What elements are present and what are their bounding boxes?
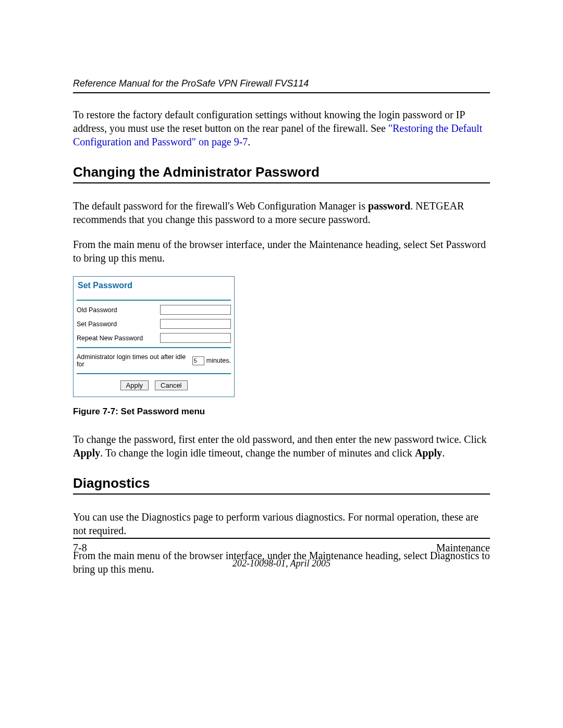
section1b-para: To change the password, first enter the … bbox=[73, 433, 490, 460]
panel-rule-mid bbox=[77, 347, 231, 348]
set-password-label: Set Password bbox=[77, 320, 160, 328]
running-header: Reference Manual for the ProSafe VPN Fir… bbox=[73, 78, 490, 89]
repeat-password-label: Repeat New Password bbox=[77, 335, 160, 342]
old-password-row: Old Password bbox=[77, 305, 231, 315]
intro-text-after: . bbox=[248, 136, 250, 147]
idle-label-before: Administrator login times out after idle… bbox=[77, 353, 190, 368]
footer-rule bbox=[73, 538, 490, 539]
apply-button[interactable]: Apply bbox=[120, 380, 149, 390]
idle-timeout-row: Administrator login times out after idle… bbox=[77, 351, 231, 370]
section-rule-1 bbox=[73, 182, 490, 183]
text: . bbox=[442, 447, 445, 459]
bold-password: password bbox=[368, 200, 410, 212]
set-password-row: Set Password bbox=[77, 319, 231, 329]
old-password-label: Old Password bbox=[77, 306, 160, 314]
panel-button-row: Apply Cancel bbox=[77, 377, 231, 393]
repeat-password-input[interactable] bbox=[160, 333, 231, 343]
chapter-name: Maintenance bbox=[436, 542, 490, 554]
text: To change the password, first enter the … bbox=[73, 434, 486, 445]
footer-docid: 202-10098-01, April 2005 bbox=[73, 558, 490, 569]
panel-title: Set Password bbox=[74, 277, 234, 300]
bold-apply-1: Apply bbox=[73, 447, 100, 459]
text: The default password for the firewall's … bbox=[73, 200, 368, 212]
intro-paragraph: To restore the factory default configura… bbox=[73, 108, 490, 149]
heading-diagnostics: Diagnostics bbox=[73, 475, 490, 491]
idle-minutes-input[interactable]: 5 bbox=[192, 356, 204, 365]
section1-para2: From the main menu of the browser interf… bbox=[73, 238, 490, 265]
figure-caption: Figure 7-7: Set Password menu bbox=[73, 406, 490, 417]
old-password-input[interactable] bbox=[160, 305, 231, 315]
text: . To change the login idle timeout, chan… bbox=[100, 447, 415, 459]
set-password-panel: Set Password Old Password Set Password R… bbox=[73, 276, 235, 397]
panel-rule-bot bbox=[77, 373, 231, 374]
section1-para1: The default password for the firewall's … bbox=[73, 199, 490, 226]
repeat-password-row: Repeat New Password bbox=[77, 333, 231, 343]
cancel-button[interactable]: Cancel bbox=[155, 380, 187, 390]
set-password-input[interactable] bbox=[160, 319, 231, 329]
bold-apply-2: Apply bbox=[415, 447, 442, 459]
section-rule-2 bbox=[73, 493, 490, 495]
footer-row: 7-8 Maintenance bbox=[73, 542, 490, 554]
heading-changing-admin-password: Changing the Administrator Password bbox=[73, 164, 490, 180]
section2-para1: You can use the Diagnostics page to perf… bbox=[73, 510, 490, 537]
page-number: 7-8 bbox=[73, 542, 87, 554]
idle-label-after: minutes. bbox=[206, 357, 231, 364]
header-rule bbox=[73, 92, 490, 93]
